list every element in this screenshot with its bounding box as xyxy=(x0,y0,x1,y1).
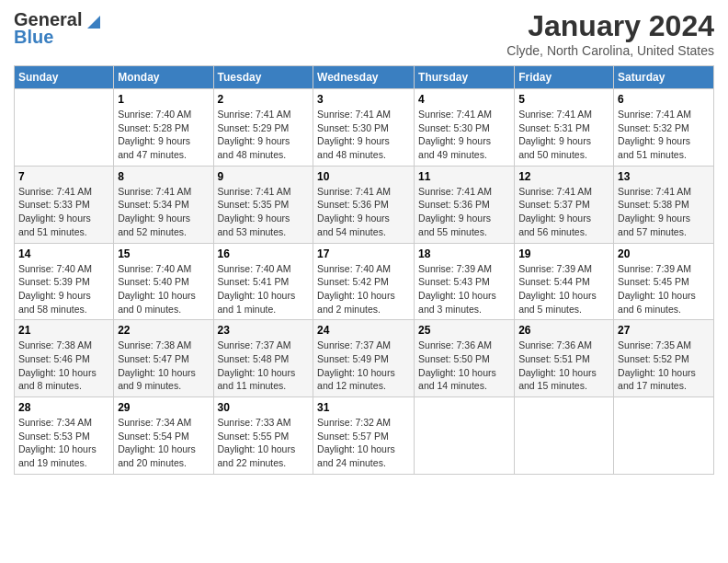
calendar-cell: 13Sunrise: 7:41 AM Sunset: 5:38 PM Dayli… xyxy=(614,166,714,243)
day-number: 30 xyxy=(218,401,310,414)
day-number: 8 xyxy=(118,170,209,183)
calendar-cell: 5Sunrise: 7:41 AM Sunset: 5:31 PM Daylig… xyxy=(515,89,614,167)
day-number: 2 xyxy=(218,93,310,106)
day-number: 19 xyxy=(518,247,609,260)
day-number: 20 xyxy=(618,247,710,260)
calendar-cell: 1Sunrise: 7:40 AM Sunset: 5:28 PM Daylig… xyxy=(114,89,213,167)
logo: General Blue xyxy=(14,9,100,48)
calendar-cell: 15Sunrise: 7:40 AM Sunset: 5:40 PM Dayli… xyxy=(114,243,213,320)
svg-marker-0 xyxy=(87,16,100,29)
day-info: Sunrise: 7:41 AM Sunset: 5:33 PM Dayligh… xyxy=(18,185,109,239)
day-number: 10 xyxy=(317,170,410,183)
day-info: Sunrise: 7:36 AM Sunset: 5:51 PM Dayligh… xyxy=(518,339,609,393)
calendar-cell xyxy=(415,397,515,475)
day-number: 3 xyxy=(317,93,410,106)
day-info: Sunrise: 7:41 AM Sunset: 5:36 PM Dayligh… xyxy=(418,185,510,239)
week-row-1: 1Sunrise: 7:40 AM Sunset: 5:28 PM Daylig… xyxy=(15,89,714,167)
calendar-cell: 11Sunrise: 7:41 AM Sunset: 5:36 PM Dayli… xyxy=(415,166,515,243)
day-info: Sunrise: 7:38 AM Sunset: 5:47 PM Dayligh… xyxy=(118,339,209,393)
day-info: Sunrise: 7:37 AM Sunset: 5:49 PM Dayligh… xyxy=(317,339,410,393)
day-number: 7 xyxy=(18,170,109,183)
day-info: Sunrise: 7:35 AM Sunset: 5:52 PM Dayligh… xyxy=(618,339,710,393)
day-number: 5 xyxy=(518,93,609,106)
day-header-saturday: Saturday xyxy=(614,66,714,89)
day-header-friday: Friday xyxy=(515,66,614,89)
day-info: Sunrise: 7:39 AM Sunset: 5:44 PM Dayligh… xyxy=(518,262,609,316)
week-row-5: 28Sunrise: 7:34 AM Sunset: 5:53 PM Dayli… xyxy=(15,397,714,475)
day-info: Sunrise: 7:36 AM Sunset: 5:50 PM Dayligh… xyxy=(418,339,510,393)
calendar-cell: 31Sunrise: 7:32 AM Sunset: 5:57 PM Dayli… xyxy=(313,397,415,475)
page-header: General Blue January 2024 Clyde, North C… xyxy=(14,9,714,58)
day-info: Sunrise: 7:34 AM Sunset: 5:54 PM Dayligh… xyxy=(118,416,209,470)
day-info: Sunrise: 7:33 AM Sunset: 5:55 PM Dayligh… xyxy=(218,416,310,470)
day-number: 22 xyxy=(118,324,209,337)
day-info: Sunrise: 7:40 AM Sunset: 5:39 PM Dayligh… xyxy=(18,262,109,316)
day-info: Sunrise: 7:41 AM Sunset: 5:34 PM Dayligh… xyxy=(118,185,209,239)
logo-arrow-icon xyxy=(84,12,100,29)
day-info: Sunrise: 7:40 AM Sunset: 5:41 PM Dayligh… xyxy=(218,262,310,316)
calendar-cell: 19Sunrise: 7:39 AM Sunset: 5:44 PM Dayli… xyxy=(515,243,614,320)
calendar-cell: 25Sunrise: 7:36 AM Sunset: 5:50 PM Dayli… xyxy=(415,320,515,397)
day-number: 9 xyxy=(218,170,310,183)
calendar-cell: 9Sunrise: 7:41 AM Sunset: 5:35 PM Daylig… xyxy=(213,166,313,243)
day-info: Sunrise: 7:39 AM Sunset: 5:45 PM Dayligh… xyxy=(618,262,710,316)
week-row-4: 21Sunrise: 7:38 AM Sunset: 5:46 PM Dayli… xyxy=(15,320,714,397)
title-block: January 2024 Clyde, North Carolina, Unit… xyxy=(506,9,714,58)
day-number: 21 xyxy=(18,324,109,337)
calendar-cell: 27Sunrise: 7:35 AM Sunset: 5:52 PM Dayli… xyxy=(614,320,714,397)
day-info: Sunrise: 7:41 AM Sunset: 5:36 PM Dayligh… xyxy=(317,185,410,239)
day-number: 17 xyxy=(317,247,410,260)
calendar-cell: 21Sunrise: 7:38 AM Sunset: 5:46 PM Dayli… xyxy=(15,320,114,397)
calendar-cell: 8Sunrise: 7:41 AM Sunset: 5:34 PM Daylig… xyxy=(114,166,213,243)
day-header-monday: Monday xyxy=(114,66,213,89)
day-info: Sunrise: 7:41 AM Sunset: 5:38 PM Dayligh… xyxy=(618,185,710,239)
day-number: 28 xyxy=(18,401,109,414)
day-number: 27 xyxy=(618,324,710,337)
day-number: 15 xyxy=(118,247,209,260)
calendar-cell: 30Sunrise: 7:33 AM Sunset: 5:55 PM Dayli… xyxy=(213,397,313,475)
day-header-sunday: Sunday xyxy=(15,66,114,89)
day-number: 11 xyxy=(418,170,510,183)
day-info: Sunrise: 7:41 AM Sunset: 5:31 PM Dayligh… xyxy=(518,108,609,162)
calendar-cell: 22Sunrise: 7:38 AM Sunset: 5:47 PM Dayli… xyxy=(114,320,213,397)
day-info: Sunrise: 7:40 AM Sunset: 5:40 PM Dayligh… xyxy=(118,262,209,316)
calendar-cell: 23Sunrise: 7:37 AM Sunset: 5:48 PM Dayli… xyxy=(213,320,313,397)
day-number: 24 xyxy=(317,324,410,337)
calendar-cell: 10Sunrise: 7:41 AM Sunset: 5:36 PM Dayli… xyxy=(313,166,415,243)
calendar-cell: 17Sunrise: 7:40 AM Sunset: 5:42 PM Dayli… xyxy=(313,243,415,320)
calendar-cell: 2Sunrise: 7:41 AM Sunset: 5:29 PM Daylig… xyxy=(213,89,313,167)
calendar-cell xyxy=(515,397,614,475)
day-info: Sunrise: 7:40 AM Sunset: 5:28 PM Dayligh… xyxy=(118,108,209,162)
day-number: 4 xyxy=(418,93,510,106)
week-row-2: 7Sunrise: 7:41 AM Sunset: 5:33 PM Daylig… xyxy=(15,166,714,243)
day-number: 1 xyxy=(118,93,209,106)
calendar-cell: 28Sunrise: 7:34 AM Sunset: 5:53 PM Dayli… xyxy=(15,397,114,475)
month-title: January 2024 xyxy=(506,9,714,43)
day-info: Sunrise: 7:40 AM Sunset: 5:42 PM Dayligh… xyxy=(317,262,410,316)
week-row-3: 14Sunrise: 7:40 AM Sunset: 5:39 PM Dayli… xyxy=(15,243,714,320)
day-info: Sunrise: 7:41 AM Sunset: 5:29 PM Dayligh… xyxy=(218,108,310,162)
day-number: 14 xyxy=(18,247,109,260)
calendar-cell xyxy=(15,89,114,167)
day-number: 16 xyxy=(218,247,310,260)
day-info: Sunrise: 7:41 AM Sunset: 5:30 PM Dayligh… xyxy=(418,108,510,162)
calendar-cell: 29Sunrise: 7:34 AM Sunset: 5:54 PM Dayli… xyxy=(114,397,213,475)
calendar-header-row: SundayMondayTuesdayWednesdayThursdayFrid… xyxy=(15,66,714,89)
day-number: 12 xyxy=(518,170,609,183)
calendar-cell xyxy=(614,397,714,475)
calendar-cell: 18Sunrise: 7:39 AM Sunset: 5:43 PM Dayli… xyxy=(415,243,515,320)
calendar-cell: 20Sunrise: 7:39 AM Sunset: 5:45 PM Dayli… xyxy=(614,243,714,320)
day-header-thursday: Thursday xyxy=(415,66,515,89)
day-header-tuesday: Tuesday xyxy=(213,66,313,89)
calendar-cell: 3Sunrise: 7:41 AM Sunset: 5:30 PM Daylig… xyxy=(313,89,415,167)
day-info: Sunrise: 7:41 AM Sunset: 5:35 PM Dayligh… xyxy=(218,185,310,239)
calendar-cell: 7Sunrise: 7:41 AM Sunset: 5:33 PM Daylig… xyxy=(15,166,114,243)
day-number: 18 xyxy=(418,247,510,260)
day-info: Sunrise: 7:32 AM Sunset: 5:57 PM Dayligh… xyxy=(317,416,410,470)
calendar-cell: 24Sunrise: 7:37 AM Sunset: 5:49 PM Dayli… xyxy=(313,320,415,397)
day-number: 23 xyxy=(218,324,310,337)
day-number: 6 xyxy=(618,93,710,106)
day-info: Sunrise: 7:37 AM Sunset: 5:48 PM Dayligh… xyxy=(218,339,310,393)
logo-blue: Blue xyxy=(14,27,53,48)
calendar-cell: 14Sunrise: 7:40 AM Sunset: 5:39 PM Dayli… xyxy=(15,243,114,320)
